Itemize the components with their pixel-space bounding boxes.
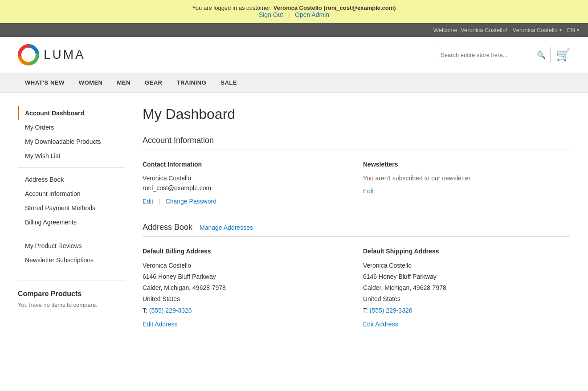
cart-icon[interactable]: 🛒 (556, 48, 570, 62)
shipping-edit-link[interactable]: Edit Address (363, 321, 398, 328)
newsletter-title: Newsletters (363, 161, 570, 168)
address-book-header: Address Book Manage Addresses (143, 223, 570, 232)
billing-address2: Calder, Michigan, 49628-7978 (143, 282, 350, 293)
account-info-divider (143, 150, 570, 150)
shipping-address-block: Default Shipping Address Veronica Costel… (363, 248, 570, 328)
billing-edit-link[interactable]: Edit Address (143, 321, 178, 328)
sidebar-item-account-dashboard[interactable]: Account Dashboard (18, 106, 125, 120)
newsletter-text: You aren't subscribed to our newsletter. (363, 173, 570, 183)
billing-address-block: Default Billing Address Veronica Costell… (143, 248, 350, 328)
page-title: My Dashboard (143, 106, 570, 122)
manage-addresses-link[interactable]: Manage Addresses (200, 224, 253, 231)
shipping-phone-link[interactable]: (555) 229-3326 (370, 307, 412, 314)
info-grid: Contact Information Veronica Costello ro… (143, 161, 570, 205)
billing-name: Veronica Costello (143, 260, 350, 271)
address-book-divider (143, 236, 570, 237)
sidebar-item-account-information[interactable]: Account Information (18, 187, 125, 201)
lang-menu[interactable]: EN ▾ (567, 27, 579, 33)
search-button[interactable]: 🔍 (532, 47, 550, 63)
shipping-title: Default Shipping Address (363, 248, 570, 255)
user-menu-chevron-icon: ▾ (559, 28, 562, 33)
main-nav: What's New Women Men Gear Training Sale (0, 73, 588, 93)
user-menu[interactable]: Veronica Costello ▾ (513, 27, 562, 33)
compare-section: Compare Products You have no items to co… (18, 281, 125, 308)
contact-info-title: Contact Information (143, 161, 350, 168)
contact-separator: | (159, 198, 160, 205)
logo[interactable]: LUMA (18, 44, 86, 65)
compare-text: You have no items to compare. (18, 301, 125, 308)
contact-edit-link[interactable]: Edit (143, 198, 153, 205)
logo-icon (18, 44, 39, 65)
newsletter-edit-link[interactable]: Edit (363, 187, 374, 195)
shipping-address2: Calder, Michigan, 49628-7978 (363, 282, 570, 293)
main-content: My Dashboard Account Information Contact… (143, 106, 570, 328)
sidebar-item-newsletter-subscriptions[interactable]: Newsletter Subscriptions (18, 253, 125, 267)
sign-out-link[interactable]: Sign Out (259, 11, 283, 18)
address-grid: Default Billing Address Veronica Costell… (143, 248, 570, 328)
sidebar-divider-1 (18, 167, 125, 168)
search-input[interactable] (435, 48, 532, 62)
sidebar-section-tertiary: My Product Reviews Newsletter Subscripti… (18, 239, 125, 267)
compare-title: Compare Products (18, 290, 125, 298)
sidebar-section-secondary: Address Book Account Information Stored … (18, 172, 125, 229)
shipping-name: Veronica Costello (363, 260, 570, 271)
sidebar-item-billing-agreements[interactable]: Billing Agreements (18, 215, 125, 229)
sidebar-item-my-downloadable-products[interactable]: My Downloadable Products (18, 134, 125, 149)
sidebar-divider-2 (18, 234, 125, 234)
user-name: Veronica Costello (513, 27, 558, 33)
nav-item-men[interactable]: Men (110, 73, 138, 92)
contact-info-block: Contact Information Veronica Costello ro… (143, 161, 350, 205)
nav-item-whats-new[interactable]: What's New (18, 73, 72, 92)
sidebar-item-my-orders[interactable]: My Orders (18, 120, 125, 134)
account-info-heading: Account Information (143, 136, 570, 145)
shipping-phone: T: (555) 229-3326 (363, 305, 570, 316)
topbar-user-bold: Veronica Costello (roni_cost@example.com… (274, 4, 396, 11)
billing-phone-link[interactable]: (555) 229-3326 (149, 307, 192, 314)
billing-phone-prefix: T: (143, 307, 147, 314)
sidebar-item-address-book[interactable]: Address Book (18, 172, 125, 187)
billing-title: Default Billing Address (143, 248, 350, 255)
sidebar: Account Dashboard My Orders My Downloada… (18, 106, 125, 328)
contact-email: roni_cost@example.com (143, 183, 350, 193)
sidebar-item-my-product-reviews[interactable]: My Product Reviews (18, 239, 125, 253)
lang-chevron-icon: ▾ (577, 28, 579, 33)
lang-label: EN (567, 27, 575, 33)
address-book-heading: Address Book (143, 223, 192, 232)
shipping-country: United States (363, 293, 570, 305)
topbar-message-prefix: You are logged in as customer: (192, 4, 272, 11)
shipping-address1: 6146 Honey Bluff Parkway (363, 271, 570, 282)
search-icon: 🔍 (537, 51, 546, 59)
search-bar[interactable]: 🔍 (435, 47, 551, 63)
shipping-phone-prefix: T: (363, 307, 368, 314)
page-content: Account Dashboard My Orders My Downloada… (0, 93, 588, 341)
topbar-separator: | (288, 12, 290, 18)
newsletter-block: Newsletters You aren't subscribed to our… (363, 161, 570, 205)
nav-item-gear[interactable]: Gear (138, 73, 170, 92)
change-password-link[interactable]: Change Password (166, 198, 216, 205)
top-bar: You are logged in as customer: Veronica … (0, 0, 588, 23)
main-header: LUMA 🔍 🛒 (0, 37, 588, 73)
sidebar-section-primary: Account Dashboard My Orders My Downloada… (18, 106, 125, 163)
nav-item-women[interactable]: Women (72, 73, 110, 92)
welcome-text: Welcome, Veronica Costello! (433, 27, 507, 33)
billing-address1: 6146 Honey Bluff Parkway (143, 271, 350, 282)
header-bar: Welcome, Veronica Costello! Veronica Cos… (0, 23, 588, 37)
open-admin-link[interactable]: Open Admin (295, 11, 329, 18)
contact-name: Veronica Costello (143, 173, 350, 183)
logo-text: LUMA (44, 48, 86, 62)
sidebar-item-stored-payment-methods[interactable]: Stored Payment Methods (18, 201, 125, 215)
billing-phone: T: (555) 229-3326 (143, 305, 350, 316)
nav-item-sale[interactable]: Sale (213, 73, 244, 92)
billing-country: United States (143, 293, 350, 305)
sidebar-item-my-wish-list[interactable]: My Wish List (18, 149, 125, 163)
nav-item-training[interactable]: Training (169, 73, 213, 92)
